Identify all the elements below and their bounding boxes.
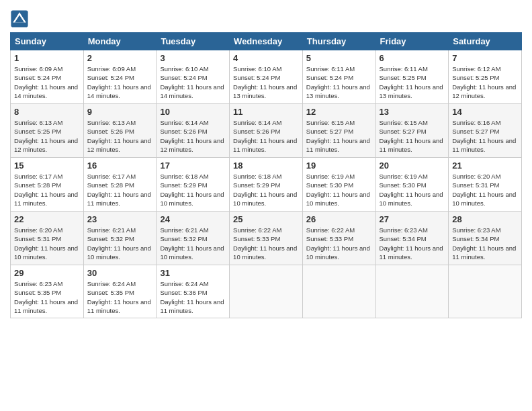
- day-info: Sunrise: 6:14 AM Sunset: 5:26 PM Dayligh…: [160, 118, 226, 154]
- calendar-cell: 12 Sunrise: 6:15 AM Sunset: 5:27 PM Dayl…: [302, 104, 375, 158]
- calendar-cell: 5 Sunrise: 6:11 AM Sunset: 5:24 PM Dayli…: [302, 50, 375, 104]
- day-info: Sunrise: 6:20 AM Sunset: 5:31 PM Dayligh…: [14, 226, 80, 261]
- day-info: Sunrise: 6:14 AM Sunset: 5:26 PM Dayligh…: [233, 118, 299, 154]
- calendar-cell: 14 Sunrise: 6:16 AM Sunset: 5:27 PM Dayl…: [449, 104, 522, 158]
- calendar-cell: 24 Sunrise: 6:21 AM Sunset: 5:32 PM Dayl…: [157, 212, 230, 265]
- day-number: 30: [87, 268, 153, 278]
- day-number: 27: [380, 214, 445, 224]
- day-number: 5: [306, 53, 372, 63]
- day-info: Sunrise: 6:19 AM Sunset: 5:30 PM Dayligh…: [380, 172, 445, 208]
- day-info: Sunrise: 6:22 AM Sunset: 5:33 PM Dayligh…: [233, 226, 299, 261]
- day-number: 15: [14, 161, 80, 171]
- day-number: 19: [306, 161, 372, 171]
- day-info: Sunrise: 6:15 AM Sunset: 5:27 PM Dayligh…: [380, 118, 445, 154]
- day-number: 17: [160, 161, 226, 171]
- calendar-cell: 18 Sunrise: 6:18 AM Sunset: 5:29 PM Dayl…: [230, 158, 303, 212]
- day-number: 9: [87, 107, 153, 117]
- calendar-cell: 25 Sunrise: 6:22 AM Sunset: 5:33 PM Dayl…: [230, 212, 303, 265]
- day-number: 3: [160, 53, 226, 63]
- calendar-cell: 20 Sunrise: 6:19 AM Sunset: 5:30 PM Dayl…: [375, 158, 449, 212]
- calendar-cell: [449, 265, 522, 318]
- day-number: 23: [87, 214, 153, 224]
- calendar-cell: 17 Sunrise: 6:18 AM Sunset: 5:29 PM Dayl…: [157, 158, 230, 212]
- calendar-cell: [230, 265, 303, 318]
- day-number: 16: [87, 161, 153, 171]
- calendar-cell: 8 Sunrise: 6:13 AM Sunset: 5:25 PM Dayli…: [11, 104, 84, 158]
- day-number: 13: [380, 107, 445, 117]
- day-info: Sunrise: 6:23 AM Sunset: 5:35 PM Dayligh…: [14, 279, 80, 315]
- day-info: Sunrise: 6:09 AM Sunset: 5:24 PM Dayligh…: [14, 64, 80, 100]
- day-info: Sunrise: 6:10 AM Sunset: 5:24 PM Dayligh…: [160, 64, 226, 100]
- calendar-cell: 22 Sunrise: 6:20 AM Sunset: 5:31 PM Dayl…: [11, 212, 84, 265]
- day-number: 2: [87, 53, 153, 63]
- day-info: Sunrise: 6:19 AM Sunset: 5:30 PM Dayligh…: [306, 172, 372, 208]
- day-info: Sunrise: 6:18 AM Sunset: 5:29 PM Dayligh…: [233, 172, 299, 208]
- day-number: 11: [233, 107, 299, 117]
- calendar-cell: 7 Sunrise: 6:12 AM Sunset: 5:25 PM Dayli…: [449, 50, 522, 104]
- day-number: 6: [380, 53, 445, 63]
- day-info: Sunrise: 6:13 AM Sunset: 5:25 PM Dayligh…: [14, 118, 80, 154]
- col-header-friday: Friday: [375, 33, 449, 50]
- day-number: 4: [233, 53, 299, 63]
- calendar-cell: 31 Sunrise: 6:24 AM Sunset: 5:36 PM Dayl…: [157, 265, 230, 318]
- day-info: Sunrise: 6:20 AM Sunset: 5:31 PM Dayligh…: [452, 172, 518, 208]
- day-number: 21: [452, 161, 518, 171]
- col-header-saturday: Saturday: [449, 33, 522, 50]
- day-number: 14: [452, 107, 518, 117]
- day-info: Sunrise: 6:12 AM Sunset: 5:25 PM Dayligh…: [452, 64, 518, 100]
- calendar-cell: 23 Sunrise: 6:21 AM Sunset: 5:32 PM Dayl…: [83, 212, 157, 265]
- day-number: 28: [452, 214, 518, 224]
- day-info: Sunrise: 6:17 AM Sunset: 5:28 PM Dayligh…: [14, 172, 80, 208]
- day-info: Sunrise: 6:16 AM Sunset: 5:27 PM Dayligh…: [452, 118, 518, 154]
- col-header-wednesday: Wednesday: [230, 33, 303, 50]
- day-info: Sunrise: 6:22 AM Sunset: 5:33 PM Dayligh…: [306, 226, 372, 261]
- calendar-cell: 13 Sunrise: 6:15 AM Sunset: 5:27 PM Dayl…: [375, 104, 449, 158]
- calendar-cell: 11 Sunrise: 6:14 AM Sunset: 5:26 PM Dayl…: [230, 104, 303, 158]
- day-number: 29: [14, 268, 80, 278]
- col-header-monday: Monday: [83, 33, 157, 50]
- day-number: 18: [233, 161, 299, 171]
- day-info: Sunrise: 6:21 AM Sunset: 5:32 PM Dayligh…: [160, 226, 226, 261]
- day-number: 25: [233, 214, 299, 224]
- calendar-cell: 1 Sunrise: 6:09 AM Sunset: 5:24 PM Dayli…: [11, 50, 84, 104]
- day-info: Sunrise: 6:23 AM Sunset: 5:34 PM Dayligh…: [380, 226, 445, 261]
- calendar-cell: 26 Sunrise: 6:22 AM Sunset: 5:33 PM Dayl…: [302, 212, 375, 265]
- day-info: Sunrise: 6:11 AM Sunset: 5:25 PM Dayligh…: [380, 64, 445, 100]
- day-info: Sunrise: 6:15 AM Sunset: 5:27 PM Dayligh…: [306, 118, 372, 154]
- calendar-cell: 15 Sunrise: 6:17 AM Sunset: 5:28 PM Dayl…: [11, 158, 84, 212]
- day-number: 20: [380, 161, 445, 171]
- day-number: 12: [306, 107, 372, 117]
- calendar-cell: 3 Sunrise: 6:10 AM Sunset: 5:24 PM Dayli…: [157, 50, 230, 104]
- calendar-cell: 30 Sunrise: 6:24 AM Sunset: 5:35 PM Dayl…: [83, 265, 157, 318]
- logo: [10, 9, 31, 28]
- day-info: Sunrise: 6:24 AM Sunset: 5:36 PM Dayligh…: [160, 279, 226, 315]
- calendar-cell: 4 Sunrise: 6:10 AM Sunset: 5:24 PM Dayli…: [230, 50, 303, 104]
- col-header-tuesday: Tuesday: [157, 33, 230, 50]
- day-number: 24: [160, 214, 226, 224]
- day-info: Sunrise: 6:24 AM Sunset: 5:35 PM Dayligh…: [87, 279, 153, 315]
- col-header-sunday: Sunday: [11, 33, 84, 50]
- day-info: Sunrise: 6:18 AM Sunset: 5:29 PM Dayligh…: [160, 172, 226, 208]
- calendar-cell: 9 Sunrise: 6:13 AM Sunset: 5:26 PM Dayli…: [83, 104, 157, 158]
- day-number: 26: [306, 214, 372, 224]
- calendar-table: SundayMondayTuesdayWednesdayThursdayFrid…: [10, 32, 522, 318]
- calendar-cell: 29 Sunrise: 6:23 AM Sunset: 5:35 PM Dayl…: [11, 265, 84, 318]
- calendar-cell: [375, 265, 449, 318]
- day-info: Sunrise: 6:17 AM Sunset: 5:28 PM Dayligh…: [87, 172, 153, 208]
- header: [10, 7, 522, 28]
- calendar-cell: [302, 265, 375, 318]
- calendar-cell: 6 Sunrise: 6:11 AM Sunset: 5:25 PM Dayli…: [375, 50, 449, 104]
- logo-icon: [10, 9, 29, 28]
- page-container: SundayMondayTuesdayWednesdayThursdayFrid…: [0, 0, 532, 325]
- calendar-cell: 21 Sunrise: 6:20 AM Sunset: 5:31 PM Dayl…: [449, 158, 522, 212]
- calendar-cell: 16 Sunrise: 6:17 AM Sunset: 5:28 PM Dayl…: [83, 158, 157, 212]
- day-info: Sunrise: 6:21 AM Sunset: 5:32 PM Dayligh…: [87, 226, 153, 261]
- day-info: Sunrise: 6:09 AM Sunset: 5:24 PM Dayligh…: [87, 64, 153, 100]
- day-info: Sunrise: 6:10 AM Sunset: 5:24 PM Dayligh…: [233, 64, 299, 100]
- day-info: Sunrise: 6:23 AM Sunset: 5:34 PM Dayligh…: [452, 226, 518, 261]
- day-number: 8: [14, 107, 80, 117]
- calendar-header-row: SundayMondayTuesdayWednesdayThursdayFrid…: [11, 33, 522, 50]
- calendar-cell: 28 Sunrise: 6:23 AM Sunset: 5:34 PM Dayl…: [449, 212, 522, 265]
- day-info: Sunrise: 6:13 AM Sunset: 5:26 PM Dayligh…: [87, 118, 153, 154]
- day-number: 22: [14, 214, 80, 224]
